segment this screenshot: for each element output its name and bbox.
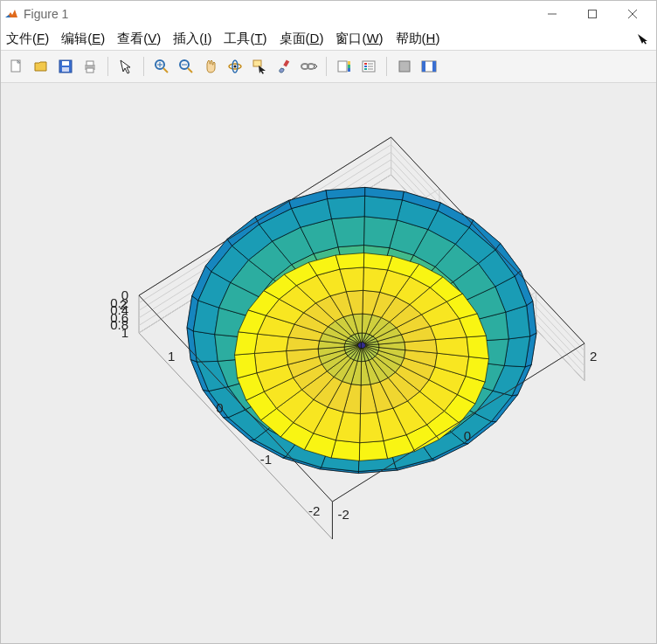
menu-file[interactable]: 文件(F) xyxy=(6,31,49,47)
titlebar: Figure 1 xyxy=(1,1,656,27)
svg-point-20 xyxy=(234,66,237,68)
svg-rect-9 xyxy=(86,61,93,66)
svg-rect-38 xyxy=(422,61,425,72)
svg-rect-21 xyxy=(253,60,261,66)
menu-help[interactable]: 帮助(H) xyxy=(396,31,440,47)
toolbar-separator xyxy=(326,57,327,76)
toolbar-separator xyxy=(143,57,144,76)
axes-3d[interactable]: 00.20.40.60.81-2-1012-202 xyxy=(43,102,619,643)
insert-legend-button[interactable] xyxy=(358,56,379,77)
svg-rect-32 xyxy=(364,68,367,70)
maximize-button[interactable] xyxy=(572,1,612,27)
svg-rect-6 xyxy=(62,61,69,66)
svg-rect-31 xyxy=(364,66,367,67)
svg-rect-27 xyxy=(348,61,350,65)
svg-text:2: 2 xyxy=(120,297,127,312)
data-cursor-button[interactable] xyxy=(249,56,270,77)
svg-rect-10 xyxy=(86,68,93,73)
hide-plot-tools-button[interactable] xyxy=(394,56,415,77)
menubar: 文件(F) 编辑(E) 查看(V) 插入(I) 工具(T) 桌面(D) 窗口(W… xyxy=(1,27,656,50)
menu-desktop[interactable]: 桌面(D) xyxy=(280,31,324,47)
window-title: Figure 1 xyxy=(24,7,68,21)
svg-text:1: 1 xyxy=(168,349,175,364)
svg-rect-36 xyxy=(399,61,410,72)
toolbar-separator xyxy=(386,57,387,76)
svg-rect-22 xyxy=(283,59,289,66)
svg-text:0: 0 xyxy=(216,400,223,415)
matlab-app-icon xyxy=(4,7,18,21)
print-figure-button[interactable] xyxy=(80,56,100,77)
svg-line-12 xyxy=(163,68,168,73)
menu-tools[interactable]: 工具(T) xyxy=(224,31,266,47)
dock-dropdown-icon[interactable] xyxy=(637,32,649,47)
zoom-in-button[interactable] xyxy=(151,56,172,77)
close-button[interactable] xyxy=(612,1,653,27)
open-figure-button[interactable] xyxy=(31,56,52,77)
show-plot-tools-button[interactable] xyxy=(418,56,439,77)
insert-colorbar-button[interactable] xyxy=(334,56,355,77)
svg-line-16 xyxy=(188,68,192,73)
new-figure-button[interactable] xyxy=(6,56,27,77)
menu-edit[interactable]: 编辑(E) xyxy=(61,31,105,47)
svg-rect-30 xyxy=(364,63,367,65)
edit-plot-button[interactable] xyxy=(115,56,136,77)
svg-text:-1: -1 xyxy=(260,452,272,467)
svg-rect-7 xyxy=(62,67,69,72)
svg-text:2: 2 xyxy=(590,349,597,364)
svg-rect-28 xyxy=(348,65,350,68)
svg-text:-2: -2 xyxy=(337,507,349,522)
svg-text:1: 1 xyxy=(121,325,128,340)
figure-window: Figure 1 文件(F) 编辑(E) 查看(V) 插入(I) 工具(T) 桌… xyxy=(0,0,657,644)
menu-insert[interactable]: 插入(I) xyxy=(173,31,211,47)
svg-rect-1 xyxy=(589,10,597,18)
svg-rect-39 xyxy=(432,61,436,72)
surface-plot xyxy=(187,187,536,473)
minimize-button[interactable] xyxy=(532,1,572,27)
menu-window[interactable]: 窗口(W) xyxy=(335,31,383,47)
figure-canvas[interactable]: 00.20.40.60.81-2-1012-202 xyxy=(1,83,656,643)
svg-text:0: 0 xyxy=(464,428,471,443)
rotate-3d-button[interactable] xyxy=(225,56,246,77)
link-axes-button[interactable] xyxy=(298,56,319,77)
toolbar xyxy=(1,50,656,83)
save-figure-button[interactable] xyxy=(55,56,76,77)
brush-button[interactable] xyxy=(273,56,294,77)
menu-view[interactable]: 查看(V) xyxy=(117,31,161,47)
svg-text:-2: -2 xyxy=(308,503,320,518)
toolbar-separator xyxy=(107,57,108,76)
pan-button[interactable] xyxy=(200,56,221,77)
svg-rect-25 xyxy=(338,61,347,72)
zoom-out-button[interactable] xyxy=(176,56,197,77)
